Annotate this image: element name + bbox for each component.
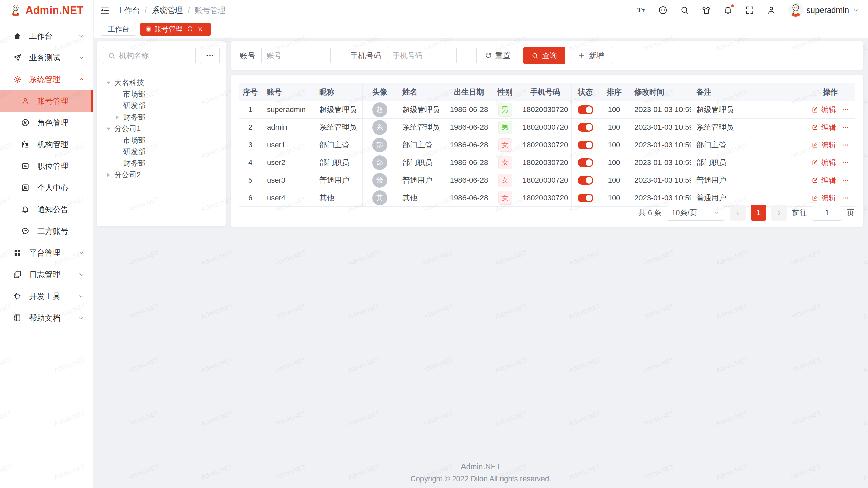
row-more-button[interactable] (842, 159, 849, 166)
page-size-value: 10条/页 (672, 208, 697, 218)
cell-phone: 18020030720 (519, 136, 572, 154)
cell-nickname: 部门职员 (314, 154, 363, 171)
column-header-sort: 排序 (599, 83, 629, 101)
status-toggle[interactable] (578, 123, 593, 132)
phone-filter-input[interactable] (388, 47, 457, 64)
sidebar-item-org-mgmt[interactable]: 机构管理 (0, 134, 93, 155)
caret-down-icon[interactable] (105, 79, 112, 86)
building-icon (21, 140, 30, 149)
language-icon: 中 (658, 5, 668, 15)
status-toggle[interactable] (578, 158, 593, 167)
sidebar-item-account-mgmt[interactable]: 账号管理 (0, 90, 93, 112)
sidebar-item-business-test[interactable]: 业务测试 (0, 47, 93, 68)
sidebar-item-help-docs[interactable]: 帮助文档 (0, 307, 93, 329)
account-filter-input[interactable] (261, 47, 331, 64)
tree-node[interactable]: 研发部 (100, 146, 222, 158)
tree-node[interactable]: 研发部 (100, 100, 222, 111)
sidebar-item-platform-mgmt[interactable]: 平台管理 (0, 242, 93, 264)
avatar: 普 (372, 173, 387, 188)
sidebar-item-third-account[interactable]: 三方账号 (0, 220, 93, 242)
log-icon (13, 270, 22, 279)
topbar-action-font-size[interactable]: TT (636, 5, 646, 15)
cell-sort: 100 (599, 189, 629, 207)
reset-button[interactable]: 重置 (476, 47, 518, 64)
edit-button[interactable]: 编辑 (812, 193, 836, 203)
app-logo[interactable]: Admin.NET (0, 0, 93, 21)
edit-button[interactable]: 编辑 (812, 158, 836, 168)
breadcrumb-item[interactable]: 工作台 (117, 5, 140, 16)
page-size-select[interactable]: 10条/页 (667, 205, 725, 221)
row-more-button[interactable] (842, 106, 849, 114)
edit-button[interactable]: 编辑 (812, 105, 836, 115)
status-toggle[interactable] (578, 176, 593, 185)
sidebar-item-notice[interactable]: 通知公告 (0, 199, 93, 220)
tab-workbench[interactable]: 工作台 (101, 23, 136, 36)
tree-node[interactable]: 分公司1 (100, 123, 222, 135)
filter-bar: 账号 手机号码 重置 查询 新增 (231, 41, 863, 70)
app-title: Admin.NET (25, 4, 84, 17)
sidebar-item-log-mgmt[interactable]: 日志管理 (0, 264, 93, 285)
sidebar-item-role-mgmt[interactable]: 角色管理 (0, 112, 93, 134)
caret-right-icon[interactable] (105, 171, 112, 178)
cell-sort: 100 (599, 101, 629, 119)
topbar-action-notification[interactable] (723, 5, 733, 15)
topbar-action-profile[interactable] (767, 5, 776, 15)
cell-status (572, 119, 599, 136)
query-button[interactable]: 查询 (523, 47, 565, 64)
user-menu[interactable]: superadmin (788, 3, 859, 18)
cell-account: user1 (261, 136, 314, 154)
sidebar-item-system-mgmt[interactable]: 系统管理 (0, 68, 93, 90)
cell-phone: 18020030720 (519, 171, 572, 189)
edit-button[interactable]: 编辑 (812, 175, 836, 185)
row-more-button[interactable] (842, 177, 849, 184)
row-more-button[interactable] (842, 141, 849, 149)
caret-right-icon[interactable] (114, 114, 121, 121)
chevron-down-icon (78, 54, 85, 61)
edit-button[interactable]: 编辑 (812, 122, 836, 133)
add-button[interactable]: 新增 (570, 47, 612, 64)
breadcrumb-item[interactable]: 系统管理 (152, 5, 183, 16)
goto-page-input[interactable] (812, 205, 842, 221)
status-toggle[interactable] (578, 105, 593, 114)
ellipsis-icon (842, 159, 849, 166)
close-icon[interactable] (197, 26, 204, 33)
tree-node[interactable]: 市场部 (100, 88, 222, 100)
table-row: 6user4其他其其他1986-06-28女180200307201002023… (239, 189, 855, 207)
sidebar-item-label: 开发工具 (29, 291, 60, 302)
row-more-button[interactable] (842, 194, 849, 202)
svg-text:T: T (642, 8, 645, 13)
status-toggle[interactable] (578, 194, 593, 202)
tree-node[interactable]: 分公司2 (100, 169, 222, 181)
row-more-button[interactable] (842, 124, 849, 131)
cell-birthdate: 1986-06-28 (447, 171, 491, 189)
tree-node[interactable]: 财务部 (100, 111, 222, 123)
sidebar-item-label: 平台管理 (29, 248, 60, 258)
refresh-icon[interactable] (186, 26, 193, 33)
topbar-action-search[interactable] (680, 5, 689, 15)
page-suffix: 页 (847, 208, 854, 218)
tab-account-mgmt[interactable]: 账号管理 (140, 23, 211, 36)
chevron-down-icon (78, 271, 85, 278)
org-search-input[interactable] (103, 47, 196, 64)
sidebar-item-dev-tools[interactable]: 开发工具 (0, 285, 93, 307)
edit-button[interactable]: 编辑 (812, 140, 836, 150)
query-button-label: 查询 (542, 50, 557, 61)
admin-net-logo-icon (9, 4, 22, 17)
tree-node[interactable]: 大名科技 (100, 77, 222, 88)
sidebar-item-position-mgmt[interactable]: 职位管理 (0, 155, 93, 177)
topbar-action-language[interactable]: 中 (658, 5, 668, 15)
next-page-button[interactable] (771, 205, 787, 221)
org-more-button[interactable] (200, 47, 220, 64)
topbar-action-fullscreen[interactable] (745, 5, 754, 15)
page-number-current[interactable]: 1 (751, 205, 766, 221)
cell-status (572, 189, 599, 207)
tree-node[interactable]: 财务部 (100, 158, 222, 169)
status-toggle[interactable] (578, 141, 593, 149)
topbar-action-theme[interactable] (702, 5, 711, 15)
sidebar-item-personal-center[interactable]: 个人中心 (0, 177, 93, 199)
tree-node[interactable]: 市场部 (100, 135, 222, 146)
caret-down-icon[interactable] (105, 125, 112, 132)
prev-page-button[interactable] (730, 205, 746, 221)
sidebar-item-workbench[interactable]: 工作台 (0, 25, 93, 47)
menu-fold-icon[interactable] (100, 5, 110, 15)
